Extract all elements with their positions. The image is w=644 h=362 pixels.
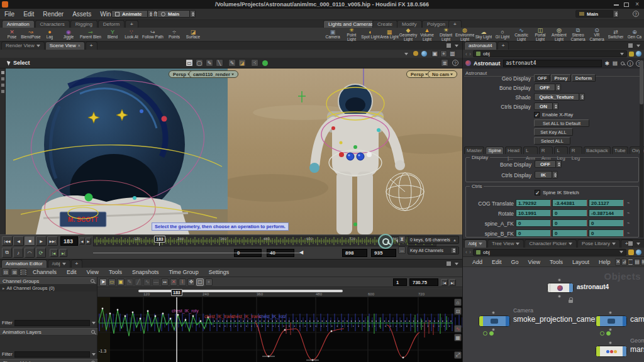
bone-display-dropdown[interactable]: OFF [534, 84, 561, 91]
shelf-tool-area-light[interactable]: ▦Area Light [380, 28, 399, 41]
help-icon[interactable]: ? [633, 11, 639, 17]
main-selector[interactable]: Main [157, 10, 196, 18]
ladder-icon[interactable]: ⌁ [627, 231, 630, 236]
pane-menu-icon[interactable] [636, 243, 640, 245]
pane-menu-icon[interactable] [455, 45, 458, 47]
tab-tree-view[interactable]: Tree View [487, 239, 525, 248]
path-dropdown-icon[interactable] [619, 251, 623, 253]
tab-obj-network[interactable]: /obj [464, 239, 487, 248]
blue-control-point[interactable] [140, 109, 143, 113]
search-icon[interactable] [91, 279, 94, 283]
tree-expand-icon[interactable]: ▸ [3, 286, 5, 291]
param-scrollbar-thumb[interactable] [640, 60, 643, 104]
keyframe-scope-icon[interactable]: ⧗ [398, 236, 406, 243]
node-mars[interactable] [596, 346, 627, 357]
select-ring-icon[interactable] [600, 331, 604, 336]
jump-end-button[interactable]: ▶▶| [47, 236, 58, 246]
thumbnail-icon[interactable]: ▤ [634, 258, 640, 266]
shelf-tool-surface[interactable]: ◪Surface [184, 28, 203, 41]
set-key-button[interactable] [378, 234, 393, 249]
viewport-help-icon[interactable]: ? [452, 60, 458, 66]
library-icon[interactable]: ▥ [449, 50, 456, 57]
tab-astronaut4[interactable]: astronaut4 [464, 41, 497, 50]
close-icon[interactable]: × [635, 1, 639, 8]
anim-menu-settings[interactable]: Settings [204, 269, 234, 275]
bone-display2-dropdown[interactable]: OFF [535, 160, 562, 168]
view-tool-icon[interactable] [1, 71, 4, 74]
shelf-tab-create[interactable]: Create [372, 20, 397, 28]
tab-l-leg[interactable]: L Leg [554, 146, 567, 154]
right-viewport-camera-pill[interactable]: No cam [428, 70, 457, 78]
tab-spine[interactable]: Spine [486, 146, 503, 154]
shelf-tool-gi-light[interactable]: ○GI Light [493, 28, 512, 41]
spine-b-fk-z-field[interactable]: 0 [589, 229, 624, 237]
spine-a-fk-x-field[interactable]: 0 [516, 219, 551, 227]
tab-master[interactable]: Master [464, 146, 484, 154]
spine-b-fk-y-field[interactable]: 0 [552, 229, 587, 237]
pane-maximize-icon[interactable] [628, 241, 633, 246]
graph-playhead-marker[interactable]: 183 [171, 289, 182, 296]
tab-pose-library[interactable]: Pose Library [577, 239, 620, 248]
material-icon[interactable]: ◪ [238, 59, 246, 67]
play-button[interactable]: ▶ [36, 236, 47, 246]
left-viewport-camera-pill[interactable]: cam0110_render [189, 70, 238, 78]
link-icon[interactable] [636, 250, 641, 255]
display-ring-icon[interactable] [606, 331, 611, 336]
stop-button[interactable]: ■ [25, 236, 35, 246]
info-icon[interactable]: i [627, 60, 633, 67]
graph-ruler[interactable]: 120 240 360 480 600 720 183 [97, 288, 462, 297]
graph-home-icon[interactable]: ⌂ [454, 299, 462, 306]
tab-r-leg[interactable]: R Leg [569, 146, 582, 154]
shelf-tool-volume-light[interactable]: ▲Volume Light [418, 28, 436, 41]
geo-display-off-button[interactable]: OFF [534, 74, 550, 82]
delete-key-icon[interactable]: ✕ [170, 278, 177, 286]
cyan-control-point[interactable] [133, 196, 136, 200]
filter-input[interactable] [14, 351, 90, 358]
shelf-tool-distant-light[interactable]: ☀Distant Light [436, 28, 455, 41]
shelf-tool-blendpose[interactable]: ↝BlendPose [21, 28, 40, 41]
ladder-icon[interactable]: ⌁ [627, 200, 630, 206]
anim-menu-channels[interactable]: Channels [28, 269, 61, 275]
menu-assets[interactable]: Assets [68, 11, 96, 18]
frame-keys-icon[interactable]: ▫ [205, 278, 213, 286]
loop-icon[interactable]: ⟳ [36, 248, 46, 258]
anim-menu-view[interactable]: View [82, 269, 103, 275]
node-astronaut4[interactable] [547, 283, 574, 293]
shelf-tool-geometry-light[interactable]: ◆Geometry Light [399, 28, 418, 41]
tab-tube[interactable]: Tube [612, 146, 628, 154]
node-label[interactable]: cam0110 [630, 315, 644, 324]
forward-icon[interactable]: › [469, 51, 471, 57]
node-label[interactable]: mars_ [630, 345, 644, 354]
green-control-point[interactable] [85, 194, 93, 202]
dopesheet-mode-icon[interactable]: ⋮⋮ [19, 268, 27, 276]
shelf-tab-add-left[interactable]: + [125, 20, 138, 28]
shelf-tool-switcher[interactable]: ⇄Switcher [606, 28, 625, 41]
pin-icon[interactable] [413, 51, 418, 56]
grid-snap-icon[interactable]: ▦ [628, 258, 634, 266]
rotate-x-field[interactable]: 10.1991 [516, 209, 551, 217]
tab-l-arm[interactable]: L Arm [523, 146, 538, 154]
ctrls-display2-dropdown[interactable]: IK [535, 171, 558, 178]
table-mode-icon[interactable]: ⊞ [11, 268, 18, 276]
set-key-all-button[interactable]: Set Key ALL [534, 128, 573, 136]
graph-scale-icon[interactable]: ⤢ [454, 351, 462, 359]
network-menu-go[interactable]: Go [507, 259, 523, 265]
range-end-button[interactable]: ▶| [59, 249, 67, 257]
link-icon[interactable] [636, 51, 641, 57]
view-options-icon[interactable]: ≣ [441, 59, 448, 67]
search-icon[interactable] [621, 62, 625, 65]
dopesheet-icon[interactable]: ◠ [25, 248, 35, 258]
viewport-right-render[interactable] [228, 69, 462, 234]
menu-file[interactable]: File [0, 11, 19, 18]
select-lasso-icon[interactable]: ◯ [196, 59, 203, 67]
range-start-button[interactable]: |◀ [50, 249, 58, 257]
menu-edit[interactable]: Edit [19, 11, 38, 18]
display-ring-icon[interactable] [489, 331, 494, 336]
dropdown-icon[interactable] [404, 53, 408, 55]
anim-menu-snapshots[interactable]: Snapshots [128, 269, 164, 275]
select-ring-icon[interactable] [483, 331, 487, 336]
geo-display-deform-button[interactable]: Deform [572, 74, 596, 82]
points-mode-icon[interactable]: ⁖ [251, 59, 258, 67]
shelf-tool-point-light[interactable]: ✳Point Light [342, 28, 361, 41]
pane-menu-icon[interactable] [636, 45, 640, 47]
